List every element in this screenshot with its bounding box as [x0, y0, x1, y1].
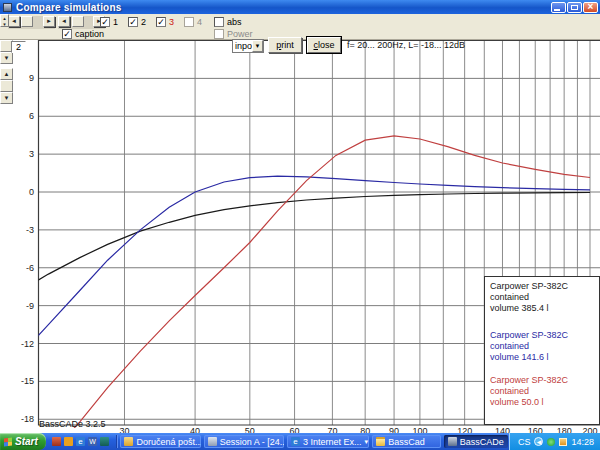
curve-number-field[interactable]: 2: [11, 41, 26, 53]
curve-3-checkbox[interactable]: ✓ 3: [156, 17, 174, 27]
taskbar-separator: [116, 435, 117, 448]
task-label: BassCADe: [460, 437, 504, 447]
checkbox-label: caption: [75, 29, 104, 39]
y-tick-label: -3: [26, 225, 34, 235]
toolbar: ◄ ► ◄ ► ✓ 1 ✓ 2 ✓ 3 4 abs: [0, 14, 600, 40]
y-tick-label: -15: [21, 376, 34, 386]
internet-explorer-icon[interactable]: e: [76, 437, 85, 446]
legend-line: Carpower SP-382C: [490, 330, 598, 341]
y-tick-label: 0: [29, 187, 34, 197]
checkbox-box[interactable]: ✓: [62, 29, 72, 39]
checkbox-box[interactable]: ✓: [128, 17, 138, 27]
internet-explorer-icon: e: [291, 437, 300, 446]
response-curve-1: [25, 193, 590, 288]
checkbox-box: [214, 29, 224, 39]
start-label: Start: [15, 436, 38, 447]
scroll-down-icon[interactable]: ▼: [0, 52, 13, 64]
checkbox-label: Power: [227, 29, 253, 39]
legend-line: Carpower SP-382C: [490, 375, 598, 386]
y-tick-label: -6: [26, 263, 34, 273]
tray-status-orange-icon[interactable]: [559, 438, 567, 446]
window-titlebar[interactable]: Compare simulations ×: [0, 0, 600, 14]
hide-icons-chevron-icon[interactable]: ◀: [534, 437, 543, 446]
abs-checkbox[interactable]: abs: [214, 17, 242, 27]
task-button-basscad-folder[interactable]: BassCad: [372, 435, 441, 448]
scrollbar-thumb[interactable]: [21, 16, 33, 27]
task-button-basscade-active[interactable]: BassCADe: [444, 435, 509, 448]
y-tick-label: -9: [26, 301, 34, 311]
close-icon: ×: [584, 1, 597, 12]
task-button-session[interactable]: Session A - [24...: [204, 435, 284, 448]
legend-line: volume 141.6 l: [490, 352, 598, 363]
y-tick-label: -18: [21, 414, 34, 424]
scrollbar-thumb[interactable]: [0, 80, 13, 92]
language-indicator[interactable]: CS: [518, 437, 531, 447]
scroll-up-icon[interactable]: ▲: [0, 68, 13, 80]
checkbox-label: 2: [141, 17, 146, 27]
checkbox-box[interactable]: [214, 17, 224, 27]
word-icon[interactable]: W: [88, 437, 97, 446]
legend-entry: Carpower SP-382C contained volume 385.4 …: [490, 281, 598, 314]
scroll-left-icon[interactable]: ◄: [58, 16, 70, 27]
checkbox-label: 4: [197, 17, 202, 27]
checkbox-label: 3: [169, 17, 174, 27]
curve-1-checkbox[interactable]: ✓ 1: [100, 17, 118, 27]
chevron-down-icon[interactable]: ▼: [252, 40, 263, 52]
print-button-label: rint: [281, 40, 294, 50]
curve-4-checkbox: 4: [184, 17, 202, 27]
restore-button[interactable]: [567, 2, 582, 13]
task-button-internet-explorer-group[interactable]: e 3 Internet Ex... ▾: [287, 435, 369, 448]
checkbox-box: [184, 17, 194, 27]
scroll-left-icon[interactable]: ◄: [8, 16, 20, 27]
scrollbar-thumb[interactable]: [72, 16, 84, 27]
task-button-inbox[interactable]: Doručená pošt...: [120, 435, 200, 448]
scroll-down-icon[interactable]: ▼: [0, 92, 13, 104]
power-checkbox: Power: [214, 29, 253, 39]
task-label: 3 Internet Ex...: [303, 437, 362, 447]
task-label: BassCad: [388, 437, 425, 447]
level-updown-button[interactable]: ▴▾: [0, 14, 9, 27]
tray-status-green-icon[interactable]: [547, 438, 555, 446]
freq-max-scrollbar[interactable]: ◄ ►: [58, 16, 105, 29]
media-player-icon[interactable]: [64, 437, 73, 446]
legend-line: contained: [490, 341, 598, 352]
clock[interactable]: 14:28: [571, 437, 594, 447]
basscade-app-icon: [448, 437, 457, 446]
checkbox-label: abs: [227, 17, 242, 27]
terminal-session-icon: [208, 437, 217, 446]
chevron-down-icon: ▾: [365, 438, 369, 446]
mail-inbox-icon: [124, 437, 133, 446]
caption-legend-box: Carpower SP-382C contained volume 385.4 …: [484, 276, 600, 425]
scroll-right-icon[interactable]: ►: [43, 16, 55, 27]
desktop-screen: { "window": { "title": "Compare simulati…: [0, 0, 600, 450]
y-tick-label: -12: [21, 339, 34, 349]
app-icon: [3, 3, 12, 12]
checkbox-box[interactable]: ✓: [156, 17, 166, 27]
legend-entry: Carpower SP-382C contained volume 50.0 l: [490, 375, 598, 408]
close-button[interactable]: close: [307, 37, 341, 53]
range-readout: f= 20... 200Hz, L= -18... 12dB: [347, 40, 465, 50]
minimize-button[interactable]: [551, 2, 566, 13]
app-shortcut-icon[interactable]: [100, 437, 109, 446]
print-button[interactable]: print: [268, 37, 302, 53]
task-label: Session A - [24...: [220, 437, 284, 447]
restore-icon: [571, 5, 578, 10]
system-tray: CS ◀ 14:28: [510, 433, 600, 450]
legend-line: volume 50.0 l: [490, 397, 598, 408]
y-tick-label: 6: [29, 111, 34, 121]
folder-icon: [376, 437, 385, 446]
start-button[interactable]: Start: [0, 433, 46, 450]
level-min-scrollbar[interactable]: ▲ ▼: [0, 68, 13, 104]
show-desktop-icon[interactable]: [52, 437, 61, 446]
close-window-button[interactable]: ×: [583, 2, 598, 13]
freq-min-scrollbar[interactable]: ◄ ►: [8, 16, 55, 29]
inport-dropdown[interactable]: inport ▼: [232, 39, 264, 53]
curve-2-checkbox[interactable]: ✓ 2: [128, 17, 146, 27]
task-label: Doručená pošt...: [136, 437, 200, 447]
y-tick-label: 3: [29, 149, 34, 159]
checkbox-box[interactable]: ✓: [100, 17, 110, 27]
taskbar: Start e W Doručená pošt... Session A - […: [0, 433, 600, 450]
window-title: Compare simulations: [16, 2, 122, 13]
caption-checkbox[interactable]: ✓ caption: [62, 29, 104, 39]
close-button-label: lose: [318, 40, 335, 50]
